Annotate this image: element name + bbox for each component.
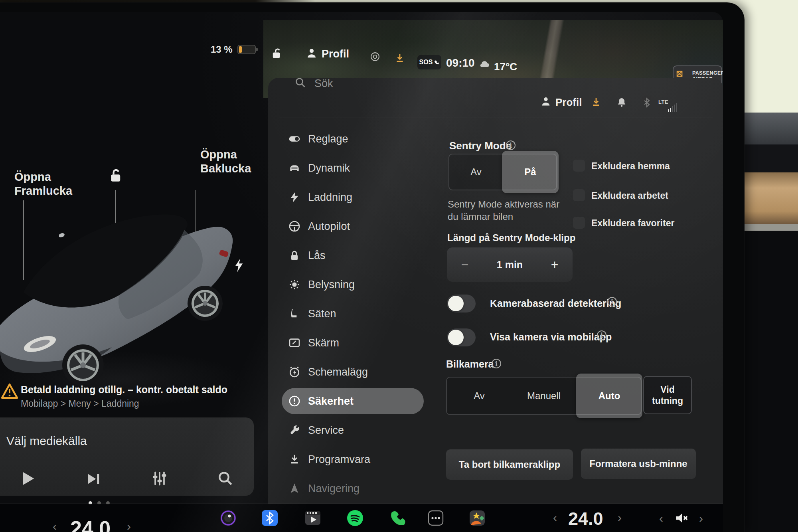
theater-app-icon[interactable] [303,508,322,528]
dashcam-manual-option[interactable]: Manuell [512,378,576,414]
mobile-camera-label: Visa kamera via mobilapp [490,331,612,343]
camera-detection-info-icon[interactable]: i [607,297,617,307]
lock-icon [288,249,301,262]
disc-icon[interactable] [369,51,381,64]
lightning-bolt-icon [288,191,301,204]
schedule-clock-icon [288,366,301,378]
software-download-icon[interactable] [591,97,602,109]
seat-icon [288,307,301,320]
sidebar-item-navigering[interactable]: Navigering [282,479,424,498]
sidebar-item-service[interactable]: Service [282,421,424,439]
sos-button[interactable]: SOS [417,55,441,69]
network-type-label: LTE [658,99,668,105]
cloud-icon [478,59,491,70]
sidebar-item-dynamik[interactable]: Dynamik [282,159,424,177]
phone-app-icon[interactable] [388,508,407,528]
car-interior-background [741,0,798,532]
sidebar-item-autopilot[interactable]: Autopilot [282,217,424,235]
light-icon [288,278,301,291]
status-profile-label[interactable]: Profil [322,48,349,60]
mobile-camera-toggle[interactable] [447,328,476,346]
signal-bars-icon [668,103,677,112]
exclude-favorites-checkbox[interactable] [573,217,585,229]
car-battery-icon[interactable] [237,45,256,54]
mobile-camera-info-icon[interactable]: i [597,330,606,340]
sidebar-item-skarm[interactable]: Skärm [282,334,424,352]
media-source-button[interactable]: Välj mediekälla [6,434,87,448]
dashcam-info-icon[interactable]: i [492,359,501,368]
alert-circle-icon [288,395,301,407]
sentry-off-option[interactable]: Av [449,154,503,190]
touchscreen-bezel: 13 % Profil SOS 09: [0,2,745,532]
bluetooth-app-icon[interactable] [260,508,279,528]
search-input[interactable]: Sök [314,77,333,90]
exclude-home-checkbox[interactable] [573,160,585,172]
more-apps-icon[interactable] [426,508,445,528]
sidebar-item-reglage[interactable]: Reglage [282,130,424,148]
stepper-minus-button[interactable]: − [447,257,483,272]
dashcam-off-option[interactable]: Av [447,378,512,414]
dashcam-title: Bilkamera [446,358,494,370]
dashcam-auto-option-selected[interactable]: Auto [576,374,642,418]
outside-temperature: 17°C [494,61,517,73]
dashcam-record-icon[interactable] [219,508,238,528]
bluetooth-status-icon[interactable] [642,97,652,109]
exclude-favorites-label: Exkludera favoriter [591,218,674,229]
sidebar-item-saten[interactable]: Säten [282,305,424,323]
muted-speaker-icon[interactable] [674,510,689,528]
toybox-app-icon[interactable] [468,508,487,528]
unlock-car-icon[interactable] [107,167,124,185]
warning-triangle-icon [1,383,18,401]
sidebar-item-laddning[interactable]: Laddning [282,188,424,206]
sentry-on-option-selected[interactable]: På [502,151,559,193]
exclude-work-label: Exkludera arbetet [591,190,668,201]
toggle-switch-icon [288,133,301,145]
front-trunk-line1: Öppna [14,170,51,183]
sidebar-item-schemalagg[interactable]: Schemalägg [282,363,424,381]
download-icon[interactable] [394,53,405,65]
camera-detection-toggle[interactable] [447,295,476,312]
delete-dashcam-clips-button[interactable]: Ta bort bilkameraklipp [446,449,573,480]
stepper-plus-button[interactable]: + [537,257,573,272]
equalizer-sliders-icon[interactable] [151,469,168,489]
media-search-icon[interactable] [217,470,234,488]
wrench-icon [288,424,301,437]
dashcam-horn-option[interactable]: Vid tutning [643,376,692,414]
profile-person-icon[interactable] [306,47,318,61]
volume-down-chevron[interactable]: ‹ [659,512,663,525]
play-icon[interactable] [18,469,37,489]
sentry-description: Sentry Mode aktiveras när du lämnar bile… [448,198,567,223]
format-usb-button[interactable]: Formatera usb-minne [581,449,696,479]
temp-decrease-chevron[interactable]: ‹ [553,511,557,524]
driver-temp-display[interactable]: 24.0 [70,516,111,532]
search-icon [294,77,306,90]
driver-temp-decrease-chevron[interactable]: ‹ [53,520,57,532]
sidebar-item-belysning[interactable]: Belysning [282,275,424,294]
car-battery-percent: 13 % [211,44,233,55]
camera-detection-label: Kamerabaserad detektering [490,298,621,309]
warning-title: Betald laddning otillg. – kontr. obetalt… [21,384,227,396]
profile-menu-button[interactable]: Profil [555,96,582,109]
temp-increase-chevron[interactable]: › [618,511,622,524]
sidebar-item-las[interactable]: Lås [282,246,424,265]
volume-up-chevron[interactable]: › [699,512,703,525]
driver-temp-increase-chevron[interactable]: › [127,520,131,532]
spotify-app-icon[interactable] [346,508,365,528]
car-icon [288,162,301,174]
sos-phone-icon [434,59,439,65]
software-download-list-icon [288,453,301,466]
unlocked-lock-icon[interactable] [270,46,283,61]
rear-trunk-line2: Baklucka [200,162,251,175]
notifications-bell-icon[interactable] [616,97,627,109]
sidebar-item-sakerhet[interactable]: Säkerhet [282,392,424,410]
sentry-mode-title: Sentry Mode [449,140,512,152]
sentry-info-icon[interactable]: i [506,140,516,150]
exclude-home-label: Exkludera hemma [591,161,670,172]
next-track-icon[interactable] [85,470,102,489]
charge-port-bolt-icon[interactable] [235,259,243,274]
exclude-work-checkbox[interactable] [573,189,585,201]
touchscreen-display: 13 % Profil SOS 09: [0,12,723,532]
passenger-temp-display[interactable]: 24.0 [568,508,603,529]
sidebar-item-programvara[interactable]: Programvara [282,450,424,469]
open-rear-trunk-button[interactable]: Öppna Baklucka [200,148,251,176]
